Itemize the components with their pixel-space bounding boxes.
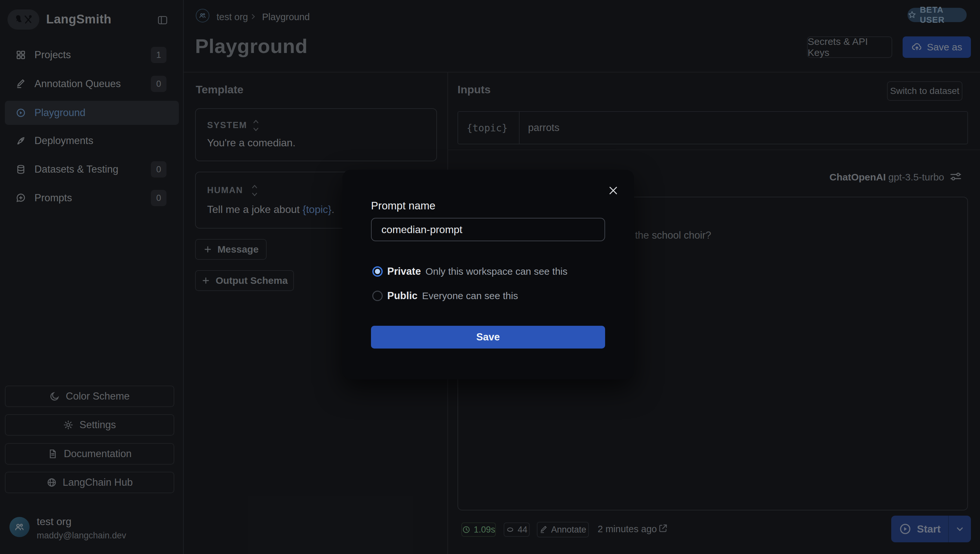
close-icon[interactable] (607, 184, 620, 197)
save-prompt-dialog: Prompt name comedian-prompt Private Only… (342, 170, 634, 379)
prompt-name-value: comedian-prompt (382, 224, 462, 236)
radio-unselected-icon[interactable] (372, 291, 383, 301)
prompt-name-input[interactable]: comedian-prompt (371, 218, 605, 241)
public-label: Public (387, 290, 417, 302)
prompt-name-label: Prompt name (371, 200, 435, 212)
private-description: Only this workspace can see this (425, 266, 567, 277)
visibility-option-public[interactable]: Public Everyone can see this (372, 290, 518, 302)
visibility-option-private[interactable]: Private Only this workspace can see this (372, 266, 567, 277)
private-label: Private (387, 266, 421, 277)
save-button[interactable]: Save (371, 326, 605, 349)
public-description: Everyone can see this (422, 290, 518, 301)
radio-selected-icon[interactable] (372, 266, 383, 277)
